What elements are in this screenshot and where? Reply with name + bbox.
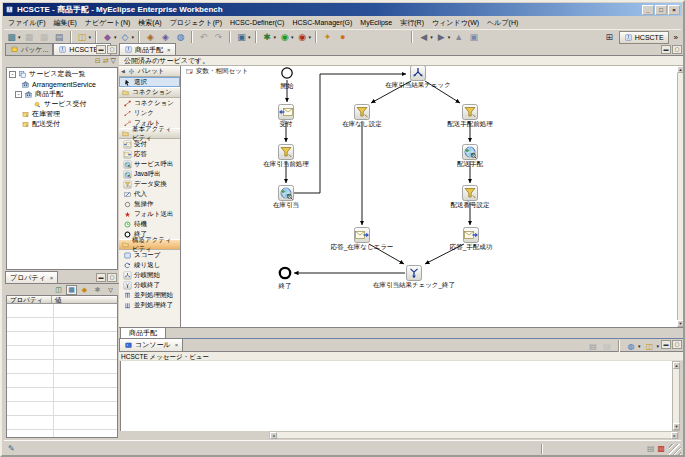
- console-vscrollbar[interactable]: ▲ ▼: [672, 361, 680, 431]
- link-with-editor-icon[interactable]: ⇄: [103, 57, 109, 65]
- node-receive[interactable]: 受付: [279, 105, 294, 129]
- scroll-down-icon[interactable]: ▼: [677, 320, 684, 327]
- menu-search[interactable]: 検索(A): [134, 17, 165, 28]
- menu-edit[interactable]: 編集(E): [50, 17, 81, 28]
- node-check-branch-end[interactable]: 在庫引当結果チェック_終了: [373, 266, 455, 290]
- collapse-all-icon[interactable]: ⊟: [95, 57, 101, 65]
- tab-editor-product-arrangement[interactable]: 商品手配 ×: [119, 43, 176, 55]
- tab-package-explorer[interactable]: パッケ...: [5, 43, 53, 55]
- properties-categories-icon[interactable]: ◆: [79, 285, 90, 295]
- palette-item-connection[interactable]: コネクション: [119, 98, 180, 108]
- menu-hcsc-definer[interactable]: HCSC-Definer(C): [226, 17, 288, 28]
- new-wizard-button[interactable]: ▩: [5, 31, 18, 44]
- external-tools-button[interactable]: ✱: [261, 31, 274, 44]
- maximize-view-button[interactable]: ▢: [107, 273, 117, 282]
- palette-item-reply[interactable]: 応答: [119, 149, 180, 159]
- close-icon[interactable]: ×: [50, 275, 54, 281]
- maximize-view-button[interactable]: ▢: [672, 340, 682, 349]
- tree-row-service-reception[interactable]: サービス受付: [7, 99, 117, 109]
- node-delivery-pre[interactable]: 配送手配前処理: [447, 105, 493, 129]
- run-button[interactable]: ◉: [278, 31, 291, 44]
- run-dropdown-icon[interactable]: ▾: [291, 34, 294, 40]
- menu-myeclipse[interactable]: MyEclipse: [356, 17, 396, 28]
- menu-window[interactable]: ウィンドウ(W): [428, 17, 483, 28]
- minimize-view-button[interactable]: ▬: [96, 273, 106, 282]
- minimize-view-button[interactable]: ▬: [96, 45, 106, 54]
- scroll-up-icon[interactable]: ▲: [677, 66, 684, 73]
- palette-item-throw-fault[interactable]: フォルト送出: [119, 209, 180, 219]
- node-stock-allocate[interactable]: 在庫引当: [273, 186, 299, 210]
- node-delivery-number-set[interactable]: 配送番号設定: [451, 186, 491, 210]
- toolbar-overflow-icon[interactable]: »: [671, 33, 681, 42]
- window-close-button[interactable]: ×: [668, 5, 680, 15]
- close-icon[interactable]: ×: [175, 342, 179, 348]
- wand-button[interactable]: ✦: [321, 31, 334, 44]
- properties-view-menu-icon[interactable]: ▽: [105, 285, 116, 295]
- expand-icon[interactable]: -: [15, 91, 22, 98]
- debug-config-dropdown-icon[interactable]: ▾: [114, 34, 117, 40]
- node-stock-allocate-pre[interactable]: 在庫引当前処理: [263, 145, 309, 169]
- web-browser-button[interactable]: ◍: [174, 31, 187, 44]
- palette-item-service-invoke[interactable]: サービス呼出: [119, 159, 180, 169]
- view-menu-icon[interactable]: ▽: [111, 57, 116, 65]
- node-no-stock-set[interactable]: 在庫なし設定: [342, 105, 382, 129]
- save-button[interactable]: ▦: [23, 31, 36, 44]
- palette-collapse-icon[interactable]: ◀: [121, 68, 125, 74]
- close-icon[interactable]: ×: [167, 47, 171, 53]
- window-minimize-button[interactable]: _: [642, 5, 654, 15]
- node-reply-success[interactable]: 応答_手配成功: [449, 228, 493, 252]
- palette-item-flow-end[interactable]: 並列処理終了: [119, 300, 180, 310]
- palette-header[interactable]: ◀ パレット: [119, 66, 180, 77]
- node-check-branch[interactable]: 在庫引当結果チェック: [385, 66, 451, 89]
- run-config-button[interactable]: ◇: [119, 31, 132, 44]
- menu-help[interactable]: ヘルプ(H): [483, 17, 522, 28]
- nav-misc-button[interactable]: ▣: [467, 31, 480, 44]
- debug-button[interactable]: ◉: [296, 31, 309, 44]
- palette-item-flow-start[interactable]: 並列処理開始: [119, 290, 180, 300]
- menu-run[interactable]: 実行(R): [396, 17, 428, 28]
- menu-project[interactable]: プロジェクト(P): [166, 17, 226, 28]
- debug-config-button[interactable]: ◆: [101, 31, 114, 44]
- clear-console-icon[interactable]: ▤: [587, 341, 599, 352]
- open-console-dropdown-icon[interactable]: ▾: [656, 343, 659, 349]
- minimize-editor-button[interactable]: ▬: [661, 45, 671, 54]
- menu-navigate[interactable]: ナビゲート(N): [81, 17, 134, 28]
- search-dropdown-icon[interactable]: ▾: [248, 34, 251, 40]
- new-wizard-dropdown-icon[interactable]: ▾: [18, 34, 21, 40]
- node-delivery-arrange[interactable]: 配送手配: [457, 145, 484, 169]
- palette-item-wait[interactable]: 待機: [119, 219, 180, 229]
- minimize-view-button[interactable]: ▬: [661, 340, 671, 349]
- expand-icon[interactable]: -: [9, 71, 16, 78]
- menu-file[interactable]: ファイル(F): [4, 17, 50, 28]
- node-start[interactable]: 開始: [281, 68, 295, 90]
- node-end[interactable]: 終了: [278, 268, 292, 289]
- nav-forward-dropdown-icon[interactable]: ▾: [448, 34, 451, 40]
- tree-row-service-definitions[interactable]: - サービス定義一覧: [7, 69, 117, 79]
- node-reply-no-stock-error[interactable]: 応答_在庫なしエラー: [330, 228, 394, 252]
- palette-section-structure-activity[interactable]: 構造アクティビティ: [119, 239, 180, 250]
- open-console-icon[interactable]: ◫: [643, 341, 655, 352]
- tab-properties[interactable]: プロパティ ×: [5, 271, 58, 283]
- scroll-left-icon[interactable]: ◂: [270, 432, 277, 439]
- palette-item-java-invoke[interactable]: Java呼出: [119, 169, 180, 179]
- redo-button[interactable]: ↷: [212, 31, 225, 44]
- maximize-editor-button[interactable]: ▢: [672, 45, 682, 54]
- console-content[interactable]: [120, 361, 672, 431]
- console-hscrollbar[interactable]: ◂ ▸: [269, 431, 679, 439]
- palette-item-branch-end[interactable]: 分岐終了: [119, 280, 180, 290]
- properties-tree-mode-icon[interactable]: ▦: [66, 285, 77, 295]
- palette-item-empty[interactable]: 無操作: [119, 199, 180, 209]
- menu-hcsc-manager[interactable]: HCSC-Manager(G): [288, 17, 356, 28]
- status-hcsc-icon[interactable]: ▩: [657, 444, 665, 453]
- debug-dropdown-icon[interactable]: ▾: [309, 34, 312, 40]
- tree-row-arrangement-service[interactable]: ArrangementService: [7, 79, 117, 89]
- open-perspective-button[interactable]: ⊞: [603, 31, 616, 44]
- search-button[interactable]: ▣: [235, 31, 248, 44]
- nav-back-dropdown-icon[interactable]: ▾: [430, 34, 433, 40]
- maximize-view-button[interactable]: ▢: [107, 45, 117, 54]
- hcsc-tool-button[interactable]: ●: [336, 31, 349, 44]
- print-button[interactable]: ▤: [53, 31, 66, 44]
- palette-item-while[interactable]: 繰り返し: [119, 260, 180, 270]
- scroll-right-icon[interactable]: ▸: [671, 432, 678, 439]
- palette-item-branch-start[interactable]: 分岐開始: [119, 270, 180, 280]
